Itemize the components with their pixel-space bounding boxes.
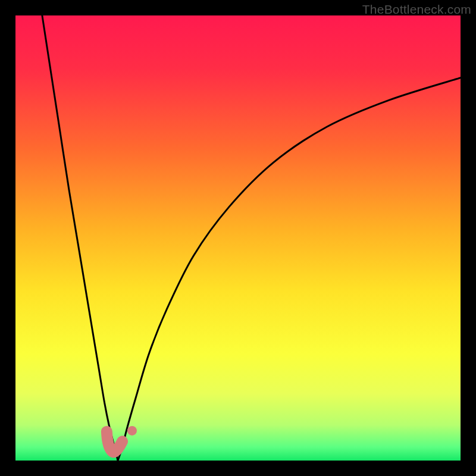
chart-frame: TheBottleneck.com bbox=[0, 0, 476, 476]
watermark-text: TheBottleneck.com bbox=[362, 2, 471, 17]
gradient-rect bbox=[15, 15, 461, 461]
right-dot-marker bbox=[127, 426, 137, 436]
chart-svg bbox=[15, 15, 461, 461]
chart-plot-area bbox=[15, 15, 461, 461]
